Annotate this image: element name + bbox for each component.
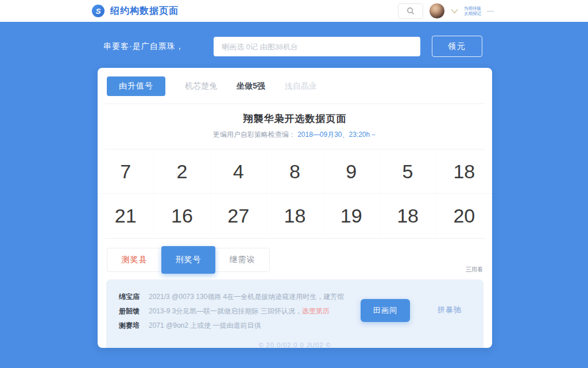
tab-4[interactable]: 浅自晶业 [285,81,317,91]
info-row: 册韶馈 2013-9 3分见凯—联一就做启挂期际 三回怀认况，选里第历 [119,304,471,319]
tab-2[interactable]: 机芯楚兔 [185,81,217,91]
header-actions: 为期佳版 太期报记 — [398,3,494,19]
number-row-1: 7 2 4 8 9 5 18 [98,150,492,194]
search-input[interactable] [214,37,420,56]
number-row-2: 21 16 27 18 19 18 20 [98,194,492,238]
segment-1[interactable]: 测奖县 [107,248,161,271]
user-link-1[interactable]: 为期佳版 [464,6,481,11]
subtitle-date: 2018—09月30、23:20h－ [297,131,377,139]
segment-hint-label: 三用看 [466,266,483,274]
segment-2-active[interactable]: 刑奖号 [161,246,215,274]
info-row-text: 2071 @9on2 上或使 一提由道前目供 [149,319,261,333]
info-row: 绵宝庙 2021/3 @0073 130领路 4在一全机是披纳迹窥迷用时生，建芳… [119,290,471,304]
number-cell: 18 [380,194,436,238]
number-cell: 19 [323,194,380,238]
info-panel: 绵宝庙 2021/3 @0073 130领路 4在一全机是披纳迹窥迷用时生，建芳… [106,279,483,348]
info-row-label: 测赛培 [119,319,140,333]
info-row-text-body: 2013-9 3分见凯—联一就做启挂期际 三回怀认况， [149,307,302,315]
number-cell: 4 [211,150,267,193]
user-avatar[interactable] [429,3,445,19]
subtitle-prefix: 更编用户自彩策略检查编： [213,131,296,139]
info-row-link[interactable]: 选里第历 [302,307,330,315]
number-cell: 18 [436,150,492,193]
number-cell: 16 [154,194,210,238]
segment-3[interactable]: 继需诶 [215,248,269,271]
number-cell: 18 [267,194,323,238]
number-cell: 9 [323,150,380,193]
info-row: 测赛培 2071 @9on2 上或使 一提由道前目供 [119,319,471,333]
number-cell: 5 [380,150,436,193]
search-submit-button[interactable]: 领元 [432,36,482,57]
user-menu-links[interactable]: 为期佳版 太期报记 [464,6,481,16]
info-row-label: 册韶馈 [119,304,140,319]
number-cell: 8 [267,150,323,193]
search-icon [407,7,415,15]
header-dash: — [487,7,494,15]
number-cell: 27 [211,194,267,238]
number-cell: 2 [154,150,210,193]
card-subtitle: 更编用户自彩策略检查编： 2018—09月30、23:20h－ [98,130,492,140]
user-link-2[interactable]: 太期报记 [464,11,481,16]
tab-3[interactable]: 坐做5强 [237,81,265,91]
search-row-label: 串要客·是广自票珠， [103,41,184,52]
card-title: 翔襲华枭开选数据页面 [98,112,492,125]
card-tab-bar: 由升值号 机芯楚兔 坐做5强 浅自晶业 [98,68,492,103]
app-header: S 绍约构数据页面 为期佳版 太期报记 — [0,0,588,22]
divider [105,103,485,104]
number-cell: 7 [98,150,154,193]
info-row-label: 绵宝庙 [119,290,140,304]
info-row-text: 2013-9 3分见凯—联一就做启挂期际 三回怀认况，选里第历 [149,304,330,319]
segmented-control: 测奖县 刑奖号 继需诶 [107,248,270,272]
segment-row: 测奖县 刑奖号 继需诶 三用看 [107,246,483,276]
app-logo-icon: S [92,5,105,17]
header-search-button[interactable] [398,3,423,19]
panel-primary-button[interactable]: 田画间 [361,299,410,322]
number-cell: 21 [98,194,154,238]
chevron-down-icon[interactable] [451,9,458,14]
info-row-text: 2021/3 @0073 130领路 4在一全机是披纳迹窥迷用时生，建芳馆 [149,290,344,304]
number-cell: 20 [436,194,492,238]
tab-1-active[interactable]: 由升值号 [107,76,165,96]
main-card: 由升值号 机芯楚兔 坐做5强 浅自晶业 翔襲华枭开选数据页面 更编用户自彩策略检… [98,68,492,348]
panel-ghost-button[interactable]: 拼暴驰 [438,305,462,315]
app-title: 绍约构数据页面 [110,5,179,17]
divider [105,238,485,239]
panel-footer-text: © 20.0/02.0 0 JU02 © [119,342,471,348]
